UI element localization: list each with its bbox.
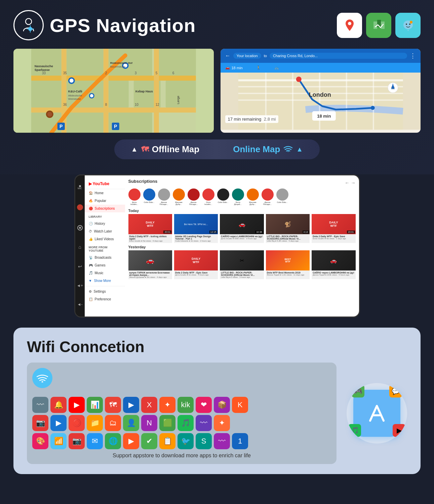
nav-home[interactable]: 🏠Home bbox=[85, 189, 125, 197]
app-tile-maps2[interactable]: 🗺 bbox=[105, 397, 121, 413]
online-map-button[interactable]: Online Map ▲ bbox=[216, 139, 320, 159]
app-tile-box[interactable]: 📦 bbox=[214, 397, 230, 413]
sub-avatar-3[interactable]: Денна Посадн... bbox=[158, 188, 170, 205]
video-card-y1[interactable]: 🚗 купую ГАРАЖ антилопи Безглавая история… bbox=[128, 250, 172, 279]
nav-liked[interactable]: 👍Liked Videos bbox=[85, 235, 125, 243]
app-tile-notify[interactable]: 🔔 bbox=[50, 397, 67, 413]
nav-music[interactable]: 🎵Music bbox=[85, 269, 125, 277]
sub-avatar-11[interactable]: Colin Édw... bbox=[276, 188, 288, 205]
app-tile-circle-red[interactable]: ⭕ bbox=[69, 415, 85, 431]
nav-history[interactable]: 🕐History bbox=[85, 220, 125, 227]
maps-icon[interactable] bbox=[366, 13, 391, 38]
app-tile-drive[interactable]: 📁 bbox=[87, 415, 103, 431]
offline-map-preview: P P Nassauische Sparkasse K&U-Café Altde… bbox=[13, 49, 214, 133]
video-card-2[interactable]: Be Here Till. 9PM inc... 12:15 Adobe XD … bbox=[174, 214, 218, 243]
app-tile-skype[interactable]: S bbox=[196, 433, 212, 449]
app-tile-play[interactable]: ▶ bbox=[123, 397, 139, 413]
sub-avatar-4[interactable]: Женнев Дубр... bbox=[173, 188, 185, 205]
nav-to-field[interactable]: Charing Cross Rd, Londo... bbox=[270, 53, 407, 59]
svg-point-9 bbox=[410, 21, 412, 24]
video-card-3[interactable]: 🚗 10:36 САЙЛО через LAMBORGHINI на іду! … bbox=[220, 214, 264, 243]
app-tile-one[interactable]: 1 bbox=[232, 433, 248, 449]
app-tile-k[interactable]: K bbox=[232, 397, 248, 413]
video-card-4[interactable]: 🐒 4:13 LITTLE BIG - ROCK-PAPER-SCISSORS … bbox=[266, 214, 310, 243]
sub-avatar-1[interactable]: Дота Інсайн... bbox=[128, 188, 141, 205]
app-tile-contacts[interactable]: 👤 bbox=[123, 415, 139, 431]
svg-text:36: 36 bbox=[63, 103, 67, 107]
vol-down-button[interactable]: ◄- bbox=[77, 302, 83, 307]
offline-map-label: Offline Map bbox=[152, 144, 200, 155]
video-card-y4[interactable]: BEST WTF Dota WTF Best Moments 2019 Женн… bbox=[266, 250, 310, 279]
nav-back-arrow[interactable]: ← bbox=[225, 53, 231, 59]
gps-person-icon bbox=[20, 17, 37, 34]
offline-map-button[interactable]: ▲ 🗺 Offline Map bbox=[114, 139, 216, 159]
back-button[interactable]: ↩ bbox=[78, 264, 82, 269]
nav-more-icon[interactable]: ⋮ bbox=[410, 52, 416, 59]
nav-popular[interactable]: 🔥Popular bbox=[85, 197, 125, 205]
rst-button[interactable] bbox=[77, 204, 83, 210]
app-tile-spotify[interactable]: 🎵 bbox=[177, 415, 194, 431]
svg-rect-66 bbox=[319, 73, 320, 130]
app-tile-media2[interactable]: ▶ bbox=[123, 433, 139, 449]
app-tile-orange[interactable]: 🗂 bbox=[105, 415, 121, 431]
nav-from-field[interactable]: Your location bbox=[233, 53, 261, 59]
video-card-y2[interactable]: DAILY WTF Dota 2 Daily WTF - Epic Save Д… bbox=[174, 250, 218, 279]
apps-row-1: 〰 🔔 ▶ 📊 🗺 ▶ X ✦ kik ❤ 📦 K bbox=[32, 397, 331, 413]
sub-avatar-7[interactable]: Colin Édw... bbox=[217, 188, 229, 205]
sub-avatar-2[interactable]: Colin Édw... bbox=[143, 188, 155, 205]
sub-avatar-5[interactable]: Денна Посадн... bbox=[188, 188, 200, 205]
nav-show-more[interactable]: ▼Show More bbox=[85, 277, 125, 285]
mic-button[interactable]: MIC bbox=[78, 185, 82, 190]
nav-games[interactable]: 🎮Games bbox=[85, 261, 125, 269]
video-card-y5[interactable]: 🚗 САЙЛО через LAMBORGHINI на іду! Денна … bbox=[312, 250, 355, 279]
next-arrow-icon[interactable]: → bbox=[351, 180, 356, 185]
bike-time: 🚲 bbox=[274, 66, 279, 70]
app-tile-onenote[interactable]: N bbox=[141, 415, 157, 431]
home-button[interactable]: ⌂ bbox=[78, 244, 81, 250]
app-tile-mail[interactable]: ✉ bbox=[87, 433, 103, 449]
video-card-5[interactable]: DAILY WTF 20:01 Dota 2 Daily WTF - Epic … bbox=[312, 214, 355, 243]
app-tile-kik[interactable]: kik bbox=[177, 397, 194, 413]
app-tile-shazam[interactable]: 〰 bbox=[214, 433, 230, 449]
vol-up-button[interactable]: ◄+ bbox=[77, 283, 83, 288]
power-button[interactable] bbox=[77, 225, 83, 230]
app-tile-feather2[interactable]: ✦ bbox=[214, 415, 230, 431]
sub-avatar-8[interactable]: Зінта Доцай... bbox=[232, 188, 244, 205]
app-tile-youtube[interactable]: ▶ bbox=[69, 397, 85, 413]
google-maps-icon[interactable] bbox=[337, 13, 362, 38]
video-card-1[interactable]: DAILY WTF 20:01 Dota 2 Daily WTF - Icefr… bbox=[128, 214, 172, 243]
sub-avatar-6[interactable]: Окта Інсайн... bbox=[202, 188, 214, 205]
app-tile-cam2[interactable]: 📷 bbox=[69, 433, 85, 449]
nav-preference[interactable]: 📋Preference bbox=[85, 295, 125, 303]
nav-watch-later[interactable]: ⏱Watch Later bbox=[85, 227, 125, 235]
app-store-section: 🎮 💬 🎵 ▶ bbox=[347, 383, 407, 444]
app-tile-media-blue[interactable]: ▶ bbox=[50, 415, 67, 431]
online-up-arrow: ▲ bbox=[296, 145, 303, 153]
nav-broadcasts[interactable]: 📡Broadcasts bbox=[85, 254, 125, 261]
sub-avatar-9[interactable]: Женнев Дубр... bbox=[247, 188, 259, 205]
app-tile-twitter[interactable]: 🐦 bbox=[177, 433, 194, 449]
app-tile-check[interactable]: ✔ bbox=[141, 433, 157, 449]
app-tile-wifi2[interactable]: 📶 bbox=[50, 433, 67, 449]
app-tile-outlook[interactable]: 📋 bbox=[159, 433, 175, 449]
app-tile-soundwave2[interactable]: 〰 bbox=[196, 415, 212, 431]
app-tile-feather[interactable]: ✦ bbox=[159, 397, 175, 413]
app-tile-maps-green[interactable]: 🟩 bbox=[159, 415, 175, 431]
app-tile-soundwave[interactable]: 〰 bbox=[32, 397, 48, 413]
app-tile-excel[interactable]: X bbox=[141, 397, 157, 413]
waze-icon[interactable] bbox=[395, 13, 421, 38]
app-tile-camera-red[interactable]: 📷 bbox=[32, 415, 48, 431]
app-tile-iheartradio[interactable]: ❤ bbox=[196, 397, 212, 413]
svg-text:Lange: Lange bbox=[176, 96, 180, 104]
route-map-area: London 18 min 17 min remaining 2.8 mi bbox=[221, 73, 421, 130]
app-tile-sheets[interactable]: 📊 bbox=[87, 397, 103, 413]
nav-settings[interactable]: ⚙Settings bbox=[85, 288, 125, 295]
sub-avatar-10[interactable]: Денна Посадн... bbox=[262, 188, 274, 205]
prev-arrow-icon[interactable]: ← bbox=[345, 180, 350, 185]
video-card-y3[interactable]: ✂ LITTLE BIG - ROCK-PAPER-SCISSORS (Offi… bbox=[220, 250, 264, 279]
svg-rect-19 bbox=[166, 81, 196, 108]
app-tile-chrome[interactable]: 🌐 bbox=[105, 433, 121, 449]
app-tile-paint[interactable]: 🎨 bbox=[32, 433, 48, 449]
remaining-distance: 17 min remaining 2.8 mi bbox=[225, 115, 279, 123]
nav-subscriptions[interactable]: 🔴Subscriptions bbox=[85, 205, 125, 212]
